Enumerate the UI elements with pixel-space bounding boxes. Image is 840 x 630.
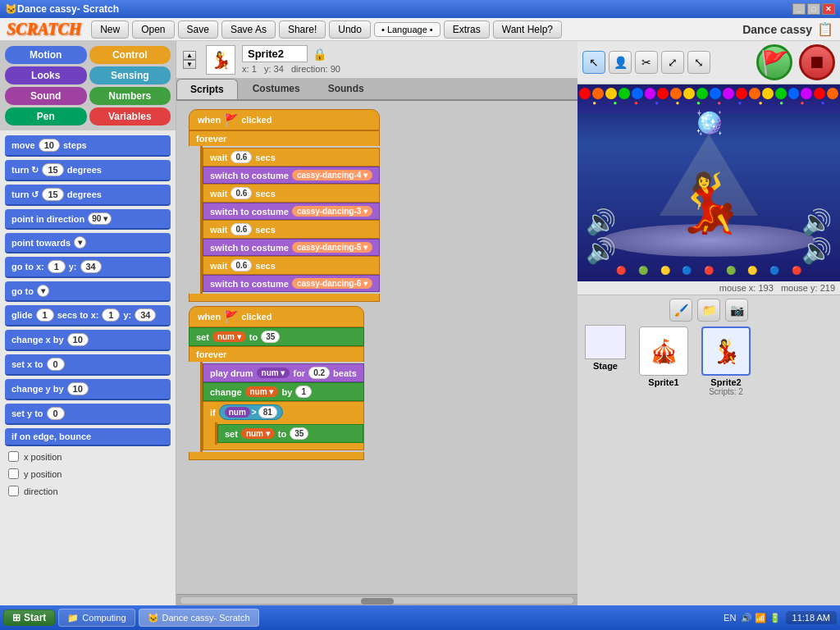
when-clicked-hat-1[interactable]: when 🚩 clicked [189,109,380,130]
camera-sprite-button[interactable]: 📷 [725,299,748,322]
sprite-list-item-sprite1[interactable]: 🎪 Sprite1 [635,325,692,398]
new-button[interactable]: New [91,21,129,39]
stage-list-item[interactable]: Stage [581,325,630,398]
checkbox-x-pos-input[interactable] [8,451,19,462]
sprite-name-display[interactable]: Sprite2 [242,45,308,62]
nav-down-button[interactable]: ▼ [183,60,196,69]
select-tool-button[interactable]: ↖ [582,51,605,74]
tab-sounds[interactable]: Sounds [315,79,377,99]
switch-costume-3[interactable]: switch to costume cassy-dancing-5 ▾ [203,239,380,256]
forever-label-2[interactable]: forever [189,346,364,362]
sprite-name-row: Sprite2 🔒 [242,45,340,62]
wait-block-2[interactable]: wait 0.6 secs [203,184,380,203]
checkbox-direction-input[interactable] [8,486,19,496]
block-change-x[interactable]: change x by 10 [5,330,171,351]
costume-dropdown-1[interactable]: cassy-dancing-4 ▾ [292,170,372,180]
nav-up-button[interactable]: ▲ [183,51,196,60]
mouse-x: 193 [758,283,773,293]
save-as-button[interactable]: Save As [221,21,276,39]
costume-dropdown-2[interactable]: cassy-dancing-3 ▾ [292,206,372,217]
category-control[interactable]: Control [89,46,171,64]
block-towards-dropdown[interactable]: ▾ [74,236,86,249]
checkbox-y-pos-input[interactable] [8,468,19,479]
help-button[interactable]: Want Help? [493,21,562,39]
play-drum-block[interactable]: play drum num ▾ for 0.2 beats [203,363,364,382]
shrink-button[interactable]: ⤡ [687,51,710,74]
block-goto-xy[interactable]: go to x:1 y:34 [5,257,171,278]
block-change-y[interactable]: change y by 10 [5,379,171,400]
share-button[interactable]: Share! [279,21,326,39]
if-condition[interactable]: num > 81 [219,404,283,420]
block-glide[interactable]: glide 1 secs to x:1 y:34 [5,305,171,326]
wait-block-3[interactable]: wait 0.6 secs [203,220,380,239]
scroll-thumb[interactable] [361,598,394,605]
set-var-block[interactable]: set num ▾ to 35 [189,327,364,346]
category-motion[interactable]: Motion [5,46,87,64]
set-var-dropdown[interactable]: num ▾ [212,331,246,342]
light-10 [696,88,708,99]
script-area[interactable]: when 🚩 clicked forever wait 0.6 secs swi… [176,101,578,594]
block-if-edge[interactable]: if on edge, bounce [5,428,171,446]
costume-dropdown-3[interactable]: cassy-dancing-5 ▾ [292,242,372,253]
block-point-towards[interactable]: point towards ▾ [5,233,171,253]
checkbox-direction[interactable]: direction [5,484,171,498]
switch-costume-2[interactable]: switch to costume cassy-dancing-3 ▾ [203,203,380,220]
set-var-block-2[interactable]: set num ▾ to 35 [217,424,363,443]
save-button[interactable]: Save [178,21,218,39]
if-block: if num > 81 set num ▾ to 35 [203,401,364,450]
cut-tool-button[interactable]: ✂ [635,51,658,74]
block-direction-dropdown[interactable]: 90 ▾ [88,212,112,225]
tab-costumes[interactable]: Costumes [240,79,313,99]
switch-costume-1[interactable]: switch to costume cassy-dancing-4 ▾ [203,167,380,184]
block-point-direction[interactable]: point in direction 90 ▾ [5,209,171,230]
checkbox-y-position[interactable]: y position [5,467,171,481]
change-var-block[interactable]: change num ▾ by 1 [203,382,364,401]
when-clicked-hat-2[interactable]: when 🚩 clicked [189,306,364,327]
block-turn-ccw-input[interactable]: 15 [42,188,63,201]
category-sound[interactable]: Sound [5,87,87,105]
maximize-button[interactable]: □ [807,3,820,15]
paint-sprite-button[interactable]: 🖌️ [669,299,692,322]
wait-block-4[interactable]: wait 0.6 secs [203,256,380,275]
forever-label-1[interactable]: forever [189,130,380,146]
light-15 [762,88,774,99]
stamp-tool-button[interactable]: 👤 [609,51,632,74]
minimize-button[interactable]: _ [792,3,806,15]
block-goto-dropdown[interactable]: ▾ [37,285,49,297]
open-button[interactable]: Open [132,21,174,39]
scroll-track[interactable] [180,596,574,605]
category-looks[interactable]: Looks [5,66,87,84]
checkbox-x-position[interactable]: x position [5,450,171,463]
switch-costume-4[interactable]: switch to costume cassy-dancing-6 ▾ [203,275,380,292]
fullscreen-button[interactable]: ⤢ [661,51,684,74]
forever-block-2: forever play drum num ▾ for 0.2 beats ch… [189,346,364,460]
scratch-logo: SCRATCH [7,20,81,39]
block-set-x[interactable]: set x to 0 [5,354,171,376]
category-numbers[interactable]: Numbers [89,87,171,105]
wait-block-1[interactable]: wait 0.6 secs [203,148,380,167]
undo-button[interactable]: Undo [329,21,371,39]
block-turn-cw-input[interactable]: 15 [42,163,63,176]
lock-icon: 🔒 [313,48,326,61]
block-goto[interactable]: go to ▾ [5,281,171,302]
go-button[interactable]: 🚩 [756,44,792,80]
category-sensing[interactable]: Sensing [89,66,171,84]
if-header[interactable]: if num > 81 [203,402,363,422]
language-button[interactable]: • Language • [374,22,441,37]
import-sprite-button[interactable]: 📁 [697,299,720,322]
stop-button[interactable]: ⏹ [799,44,835,80]
category-pen[interactable]: Pen [5,107,87,126]
sprite-list-item-sprite2[interactable]: 💃 Sprite2 Scripts: 2 [697,325,755,398]
tab-scripts[interactable]: Scripts [176,79,238,99]
close-button[interactable]: ✕ [822,3,835,15]
block-move[interactable]: move 10 steps [5,135,171,157]
block-set-y[interactable]: set y to 0 [5,404,171,425]
block-turn-ccw[interactable]: turn ↺ 15 degrees [5,185,171,206]
extras-button[interactable]: Extras [444,21,490,39]
block-move-input[interactable]: 10 [39,139,60,152]
project-save-icon[interactable]: 📋 [817,21,833,37]
script-scrollbar[interactable] [176,594,578,605]
block-turn-cw[interactable]: turn ↻ 15 degrees [5,160,171,181]
costume-dropdown-4[interactable]: cassy-dancing-6 ▾ [292,278,372,289]
category-variables[interactable]: Variables [89,107,171,126]
